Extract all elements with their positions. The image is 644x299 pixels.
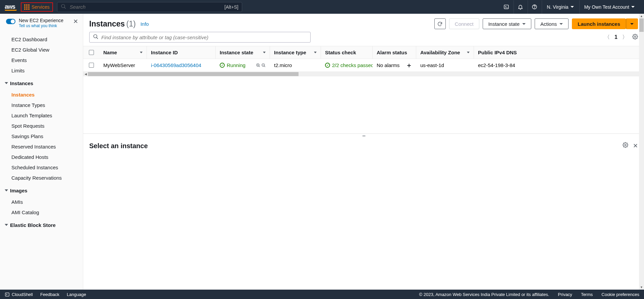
search-icon — [93, 34, 99, 41]
svg-line-10 — [259, 66, 260, 67]
col-status-check[interactable]: Status check — [321, 46, 373, 59]
sidebar-item-amis[interactable]: AMIs — [0, 197, 83, 207]
search-input[interactable] — [70, 4, 221, 10]
footer-privacy[interactable]: Privacy — [558, 292, 572, 297]
sidebar-item-savings-plans[interactable]: Savings Plans — [0, 131, 83, 141]
global-search[interactable]: [Alt+S] — [57, 2, 242, 12]
experience-toggle: New EC2 Experience Tell us what you thin… — [0, 17, 83, 33]
pagination: 〈 1 〉 — [604, 34, 638, 41]
col-instance-state[interactable]: Instance state — [216, 46, 270, 59]
page-prev[interactable]: 〈 — [604, 34, 610, 41]
footer-language[interactable]: Language — [67, 292, 86, 297]
sidebar-item-scheduled-instances[interactable]: Scheduled Instances — [0, 162, 83, 173]
panel-splitter[interactable] — [83, 133, 644, 137]
sidebar-item-limits[interactable]: Limits — [0, 65, 83, 76]
footer-terms[interactable]: Terms — [581, 292, 593, 297]
experience-subtitle[interactable]: Tell us what you think — [19, 23, 63, 28]
row-checkbox[interactable] — [89, 63, 94, 68]
chevron-down-icon — [559, 23, 563, 25]
services-button[interactable]: Services — [21, 2, 53, 12]
experience-switch[interactable] — [6, 19, 15, 24]
sidebar-item-ami-catalog[interactable]: AMI Catalog — [0, 207, 83, 218]
sidebar-item-events[interactable]: Events — [0, 55, 83, 65]
select-all-checkbox[interactable] — [89, 50, 94, 55]
sidebar-item-ec2-dashboard[interactable]: EC2 Dashboard — [0, 34, 83, 45]
sidebar-item-instance-types[interactable]: Instance Types — [0, 100, 83, 110]
footer-cloudshell[interactable]: CloudShell — [5, 292, 33, 297]
page-next[interactable]: 〉 — [622, 34, 628, 41]
col-name[interactable]: Name — [99, 46, 147, 59]
actions-dropdown[interactable]: Actions — [535, 18, 569, 29]
chevron-down-icon — [571, 6, 574, 8]
table-row[interactable]: MyWebServer i-06430569ad3056404 Running … — [83, 59, 644, 72]
sort-icon[interactable] — [263, 52, 266, 53]
cell-status: 2/2 checks passed — [321, 59, 373, 71]
cell-az: us-east-1d — [416, 59, 474, 71]
filter-input[interactable] — [101, 35, 307, 40]
detail-title: Select an instance — [89, 142, 148, 150]
svg-point-5 — [534, 8, 535, 8]
cell-state: Running — [216, 59, 270, 71]
sort-icon[interactable] — [314, 52, 317, 53]
footer-copyright: © 2023, Amazon Web Services India Privat… — [419, 292, 549, 297]
sidebar-section-images[interactable]: Images — [0, 184, 83, 195]
sort-icon[interactable] — [140, 52, 143, 53]
connect-button[interactable]: Connect — [449, 18, 479, 29]
chevron-down-icon — [630, 23, 634, 25]
refresh-button[interactable] — [434, 18, 446, 29]
col-availability-zone[interactable]: Availability Zone — [416, 46, 474, 59]
scroll-thumb[interactable] — [88, 72, 299, 76]
scroll-thumb[interactable] — [639, 18, 644, 32]
account-dropdown[interactable]: My Own Test Account — [579, 0, 639, 14]
region-dropdown[interactable]: N. Virginia — [542, 0, 578, 14]
scroll-down-icon[interactable]: ▼ — [639, 285, 644, 290]
horizontal-scrollbar[interactable]: ◀ ▶ — [83, 72, 644, 76]
col-instance-id[interactable]: Instance ID — [147, 46, 216, 59]
instances-table: Name Instance ID Instance state Instance… — [83, 46, 644, 76]
page-header: Instances (1) Info Connect Instance stat… — [83, 14, 644, 32]
footer-cookie[interactable]: Cookie preferences — [601, 292, 639, 297]
col-alarm-status[interactable]: Alarm status — [373, 46, 416, 59]
cell-instance-id[interactable]: i-06430569ad3056404 — [151, 62, 201, 68]
sidebar-item-instances[interactable]: Instances — [0, 89, 83, 100]
detail-close-icon[interactable]: ✕ — [633, 142, 638, 150]
sidebar-item-launch-templates[interactable]: Launch Templates — [0, 110, 83, 121]
sort-icon[interactable] — [467, 52, 470, 53]
help-icon[interactable] — [528, 0, 541, 14]
launch-instances-button[interactable]: Launch instances — [572, 18, 626, 29]
launch-instances-split[interactable] — [626, 18, 638, 29]
sidebar-item-reserved-instances[interactable]: Reserved Instances — [0, 141, 83, 152]
aws-logo[interactable]: aws — [5, 3, 17, 11]
scroll-up-icon[interactable]: ▲ — [639, 14, 644, 18]
sidebar-item-spot-requests[interactable]: Spot Requests — [0, 121, 83, 131]
col-instance-type[interactable]: Instance type — [270, 46, 321, 59]
svg-point-16 — [625, 144, 626, 145]
sidebar-item-dedicated-hosts[interactable]: Dedicated Hosts — [0, 152, 83, 162]
detail-settings-icon[interactable] — [623, 142, 628, 150]
sidebar-item-capacity-reservations[interactable]: Capacity Reservations — [0, 173, 83, 183]
svg-point-8 — [634, 36, 636, 37]
info-link[interactable]: Info — [141, 21, 149, 27]
page-title: Instances (1) — [89, 19, 136, 28]
sidebar-section-ebs[interactable]: Elastic Block Store — [0, 219, 83, 230]
settings-icon[interactable] — [632, 34, 638, 41]
footer-feedback[interactable]: Feedback — [40, 292, 59, 297]
scroll-left-icon[interactable]: ◀ — [83, 72, 88, 76]
sidebar: New EC2 Experience Tell us what you thin… — [0, 14, 83, 290]
table-header: Name Instance ID Instance state Instance… — [83, 46, 644, 59]
sidebar-section-instances[interactable]: Instances — [0, 77, 83, 88]
search-icon — [61, 4, 66, 10]
filter-input-wrapper[interactable] — [89, 32, 311, 43]
cloudshell-icon[interactable] — [499, 0, 513, 14]
sidebar-item-ec2-global-view[interactable]: EC2 Global View — [0, 45, 83, 55]
chevron-down-icon — [5, 189, 8, 191]
vertical-scrollbar[interactable]: ▲ ▼ — [639, 14, 644, 290]
topbar: aws Services [Alt+S] N. Virginia My Own … — [0, 0, 644, 14]
notifications-icon[interactable] — [514, 0, 527, 14]
instance-state-dropdown[interactable]: Instance state — [483, 18, 531, 29]
close-icon[interactable]: ✕ — [73, 18, 78, 25]
state-actions-icon[interactable] — [256, 63, 266, 68]
add-alarm-icon[interactable]: ＋ — [406, 61, 412, 70]
svg-point-0 — [61, 4, 65, 8]
col-public-dns[interactable]: Public IPv4 DNS — [474, 46, 524, 59]
